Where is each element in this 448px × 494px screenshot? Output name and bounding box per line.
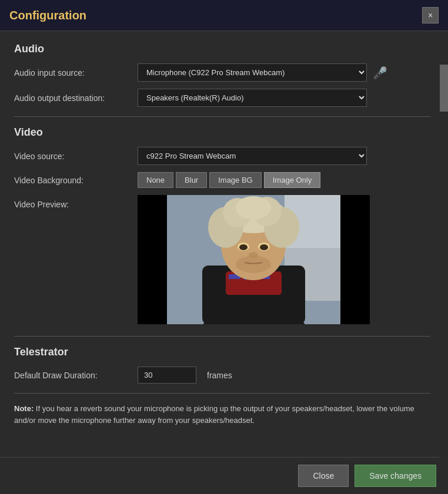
footer-save-button[interactable]: Save changes [355,465,436,487]
audio-output-row: Audio output destination: Speakers (Real… [14,89,430,107]
audio-video-divider [14,116,430,117]
video-source-select[interactable]: c922 Pro Stream Webcam Default Camera Sc… [138,147,367,165]
video-preview-row: Video Preview: [14,195,430,324]
draw-duration-input[interactable] [138,367,196,384]
audio-input-row: Audio input source: Microphone (C922 Pro… [14,63,430,82]
draw-duration-row: Default Draw Duration: frames [14,367,430,384]
note-bold: Note: [14,404,34,413]
telestrator-section-title: Telestrator [14,346,430,358]
svg-point-16 [236,196,271,220]
draw-duration-label: Default Draw Duration: [14,371,138,380]
video-source-row: Video source: c922 Pro Stream Webcam Def… [14,147,430,165]
video-bg-label: Video Background: [14,176,138,185]
video-source-label: Video source: [14,152,138,161]
video-section-title: Video [14,126,430,139]
audio-output-control: Speakers (Realtek(R) Audio) Default Spea… [138,89,430,107]
audio-section-title: Audio [14,43,430,55]
bg-btn-blur[interactable]: Blur [176,172,207,188]
video-bg-row: Video Background: None Blur Image BG Ima… [14,172,430,188]
video-frame-left [138,195,167,324]
audio-input-control: Microphone (C922 Pro Stream Webcam) Defa… [138,63,430,82]
microphone-icon: 🎤 [373,66,387,80]
dialog-title: Configuration [9,9,86,22]
telestrator-section: Telestrator Default Draw Duration: frame… [14,346,430,384]
bg-button-group: None Blur Image BG Image Only [138,172,320,188]
svg-point-20 [260,244,268,250]
video-bg-control: None Blur Image BG Image Only [138,172,430,188]
video-preview-frame [167,195,340,324]
scrollbar-track[interactable] [440,35,448,458]
audio-output-select[interactable]: Speakers (Realtek(R) Audio) Default Spea… [138,89,367,107]
dialog-close-button[interactable]: × [422,7,439,23]
video-source-control: c922 Pro Stream Webcam Default Camera Sc… [138,147,430,165]
video-preview-container [138,195,370,324]
audio-input-label: Audio input source: [14,68,138,78]
dialog-body: Audio Audio input source: Microphone (C9… [0,31,448,457]
footer-close-button[interactable]: Close [298,465,349,487]
svg-point-19 [239,244,248,250]
note-content: If you hear a reverb sound your micropho… [14,404,414,425]
audio-output-label: Audio output destination: [14,93,138,103]
video-frame-right [340,195,370,324]
svg-point-22 [236,256,271,273]
scrollbar-thumb[interactable] [440,65,448,112]
frames-unit-label: frames [207,371,232,380]
audio-section: Audio Audio input source: Microphone (C9… [14,43,430,107]
video-preview-label: Video Preview: [14,195,138,209]
configuration-dialog: Configuration × Audio Audio input source… [0,0,448,494]
video-telestrator-divider [14,336,430,337]
draw-duration-control: frames [138,367,430,384]
bg-btn-image-only[interactable]: Image Only [264,172,320,188]
video-section: Video Video source: c922 Pro Stream Webc… [14,126,430,324]
bg-btn-none[interactable]: None [138,172,173,188]
audio-input-select[interactable]: Microphone (C922 Pro Stream Webcam) Defa… [138,63,367,82]
dialog-header: Configuration × [0,0,448,31]
dialog-footer: Close Save changes [0,457,448,494]
note-section: Note: If you hear a reverb sound your mi… [14,403,430,426]
telestrator-note-divider [14,393,430,394]
bg-btn-image-bg[interactable]: Image BG [209,172,262,188]
video-preview-svg [167,195,340,324]
